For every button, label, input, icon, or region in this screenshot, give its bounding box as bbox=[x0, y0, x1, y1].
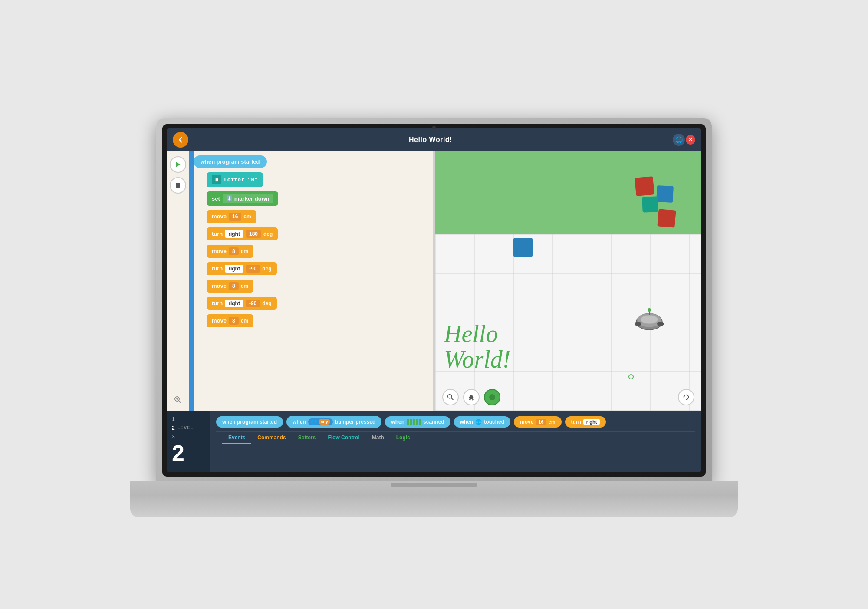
svg-line-17 bbox=[469, 398, 470, 400]
svg-rect-1 bbox=[176, 183, 180, 188]
close-button[interactable]: 🌐 ✕ bbox=[673, 134, 695, 146]
sim-zoom-button[interactable] bbox=[442, 389, 459, 405]
sim-play-button[interactable] bbox=[484, 389, 500, 405]
stop-button[interactable] bbox=[170, 177, 186, 194]
x-icon[interactable]: ✕ bbox=[686, 135, 695, 145]
palette-move-block[interactable]: move 16 cm bbox=[514, 416, 562, 428]
set-inner-block: ⬇️ marker down bbox=[223, 194, 273, 203]
move3-block-row: move 8 cm bbox=[207, 280, 428, 293]
svg-point-10 bbox=[648, 308, 651, 312]
laptop-lid: Hello World! 🌐 ✕ bbox=[156, 118, 712, 483]
robot bbox=[632, 303, 667, 338]
zoom-button[interactable] bbox=[171, 393, 184, 406]
blocks-indent: 📋 Letter "H" set bbox=[207, 172, 428, 329]
scan-bars-group bbox=[407, 419, 421, 425]
side-controls bbox=[167, 151, 189, 411]
svg-point-16 bbox=[470, 395, 472, 397]
cube-blue-2 bbox=[513, 238, 533, 257]
turn2-block-row: turn right -90 deg bbox=[207, 262, 428, 275]
play-button[interactable] bbox=[170, 156, 186, 173]
turn1-block-row: turn right 180 deg bbox=[207, 227, 428, 240]
tab-logic[interactable]: Logic bbox=[390, 432, 416, 444]
letter-block-row: 📋 Letter "H" bbox=[207, 172, 428, 187]
laptop-notch bbox=[391, 483, 477, 487]
level-panel: 1 2 LEVEL 3 2 bbox=[167, 411, 210, 472]
blocks-area: when program started 📋 Le bbox=[194, 151, 433, 411]
code-panel: when program started 📋 Le bbox=[167, 151, 433, 411]
move1-block[interactable]: move 16 cm bbox=[207, 210, 256, 223]
app-title: Hello World! bbox=[188, 136, 673, 144]
tab-setters[interactable]: Setters bbox=[292, 432, 322, 444]
blue-separator bbox=[189, 151, 194, 411]
palette-bumper-block[interactable]: when 🌐 any bumper pressed bbox=[286, 416, 381, 428]
move4-block-row: move 8 cm bbox=[207, 314, 428, 327]
level-item-2: 2 LEVEL bbox=[172, 424, 205, 432]
tab-events[interactable]: Events bbox=[222, 432, 251, 444]
event-block[interactable]: when program started bbox=[194, 155, 267, 168]
sim-turtle-button[interactable] bbox=[463, 389, 480, 405]
laptop-wrapper: Hello World! 🌐 ✕ bbox=[130, 92, 738, 517]
palette-turn-block[interactable]: turn right bbox=[565, 416, 606, 428]
marker-dot bbox=[628, 374, 634, 379]
laptop-base bbox=[130, 481, 738, 517]
bottom-area: 1 2 LEVEL 3 2 bbox=[167, 411, 701, 472]
move3-block[interactable]: move 8 cm bbox=[207, 280, 253, 293]
set-block-row: set ⬇️ marker down bbox=[207, 191, 428, 206]
palette-row: when program started when 🌐 any bbox=[216, 416, 695, 428]
svg-line-20 bbox=[472, 399, 473, 400]
move2-block-row: move 8 cm bbox=[207, 245, 428, 258]
simulation-panel: Hello World! bbox=[435, 151, 701, 411]
cube-red-2 bbox=[657, 209, 676, 227]
green-dot bbox=[489, 394, 495, 400]
level-item-3: 3 bbox=[172, 432, 205, 441]
app-screen: Hello World! 🌐 ✕ bbox=[167, 128, 701, 472]
svg-point-11 bbox=[635, 322, 641, 326]
turn1-block[interactable]: turn right 180 deg bbox=[207, 227, 278, 240]
svg-line-3 bbox=[179, 401, 181, 403]
svg-line-14 bbox=[451, 398, 454, 400]
move2-block[interactable]: move 8 cm bbox=[207, 245, 253, 258]
svg-point-8 bbox=[641, 315, 658, 324]
tab-flow-control[interactable]: Flow Control bbox=[322, 432, 365, 444]
palette-event-block[interactable]: when program started bbox=[216, 416, 283, 428]
sim-hello-world-text: Hello World! bbox=[444, 321, 511, 372]
turn2-block[interactable]: turn right -90 deg bbox=[207, 262, 277, 275]
event-block-row: when program started bbox=[194, 155, 428, 168]
tab-math[interactable]: Math bbox=[366, 432, 390, 444]
set-block[interactable]: set ⬇️ marker down bbox=[207, 191, 278, 206]
bumper-icon-group: 🌐 any bbox=[308, 418, 333, 425]
palette-scan-block[interactable]: when scanned bbox=[385, 416, 450, 428]
back-button[interactable] bbox=[173, 132, 188, 148]
screen-bezel: Hello World! 🌐 ✕ bbox=[162, 124, 706, 477]
letter-icon: 📋 bbox=[212, 175, 221, 184]
tab-commands[interactable]: Commands bbox=[251, 432, 292, 444]
cube-teal bbox=[642, 196, 658, 212]
cube-red-1 bbox=[635, 176, 654, 196]
app-container: Hello World! 🌐 ✕ bbox=[167, 128, 701, 472]
blocks-palette: when program started when 🌐 any bbox=[210, 411, 701, 472]
level-item-1: 1 bbox=[172, 415, 205, 424]
globe-icon: 🌐 bbox=[673, 134, 685, 146]
svg-point-12 bbox=[657, 322, 664, 326]
cube-blue-1 bbox=[656, 185, 674, 203]
svg-point-13 bbox=[448, 394, 452, 398]
palette-touch-block[interactable]: when 🌐 touched bbox=[454, 416, 510, 428]
svg-line-19 bbox=[470, 399, 470, 400]
category-tabs: Events Commands Setters Fl bbox=[216, 431, 695, 448]
camera-dot bbox=[432, 126, 436, 129]
svg-marker-0 bbox=[176, 162, 181, 167]
svg-line-18 bbox=[473, 398, 474, 400]
main-area: when program started 📋 Le bbox=[167, 151, 701, 411]
sim-viewport: Hello World! bbox=[435, 151, 701, 411]
bottom-content: 1 2 LEVEL 3 2 bbox=[167, 411, 701, 472]
move1-block-row: move 16 cm bbox=[207, 210, 428, 223]
turn3-block[interactable]: turn right -90 deg bbox=[207, 297, 277, 310]
sim-controls bbox=[442, 389, 500, 405]
letter-block[interactable]: 📋 Letter "H" bbox=[207, 172, 263, 187]
top-bar: Hello World! 🌐 ✕ bbox=[167, 128, 701, 151]
sim-reload-button[interactable] bbox=[678, 389, 694, 405]
turn3-block-row: turn right -90 deg bbox=[207, 297, 428, 310]
move4-block[interactable]: move 8 cm bbox=[207, 314, 253, 327]
